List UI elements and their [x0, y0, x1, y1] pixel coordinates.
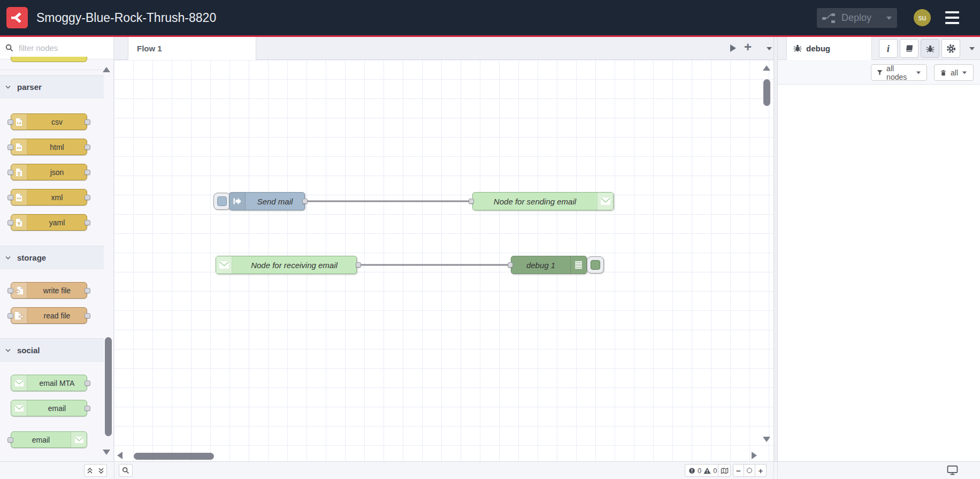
- debug-filter-button[interactable]: all nodes: [871, 64, 927, 81]
- search-icon: [5, 44, 13, 52]
- palette-category-social[interactable]: social: [0, 338, 104, 362]
- node-output-port[interactable]: [85, 381, 90, 386]
- node-input-port[interactable]: [7, 288, 13, 293]
- node-red-logo-icon: [6, 7, 28, 28]
- palette-node-yaml[interactable]: Y yaml: [11, 214, 87, 231]
- node-output-port[interactable]: [356, 262, 361, 268]
- palette-scrollbar-thumb[interactable]: [105, 337, 112, 436]
- node-input-port[interactable]: [7, 195, 13, 200]
- zoom-in-button[interactable]: +: [755, 464, 767, 477]
- palette-node-html[interactable]: <> html: [11, 139, 87, 155]
- wires: [114, 60, 774, 461]
- canvas-node-sending-email[interactable]: Node for sending email: [472, 192, 614, 210]
- bug-icon: [926, 44, 935, 53]
- palette-scroll-down-arrow[interactable]: [103, 450, 110, 455]
- csv-file-icon: 1,2: [11, 114, 27, 130]
- deploy-button[interactable]: Deploy: [817, 8, 897, 28]
- palette-node-read-file[interactable]: read file: [11, 307, 87, 324]
- node-output-port[interactable]: [85, 170, 90, 175]
- deploy-options-chevron-icon[interactable]: [886, 17, 892, 20]
- canvas-node-receiving-email[interactable]: Node for receiving email: [216, 256, 357, 274]
- flow-list-chevron-icon[interactable]: [767, 47, 772, 50]
- palette-expand-all-button[interactable]: [95, 464, 107, 477]
- node-input-port[interactable]: [7, 220, 13, 225]
- node-input-port[interactable]: [7, 437, 13, 443]
- xml-file-icon: <>: [11, 189, 27, 205]
- settings-tab-button[interactable]: [941, 39, 960, 58]
- trash-icon: [940, 69, 947, 77]
- node-output-port[interactable]: [302, 199, 308, 204]
- node-input-port[interactable]: [508, 262, 513, 268]
- sidebar-tabs-chevron-icon[interactable]: [969, 47, 975, 50]
- svg-text:{}: {}: [18, 171, 21, 176]
- json-file-icon: {}: [11, 164, 27, 180]
- svg-text:<>: <>: [17, 146, 21, 150]
- palette-collapse-all-button[interactable]: [84, 464, 96, 477]
- canvas-hscrollbar-thumb[interactable]: [134, 453, 214, 460]
- canvas-node-send-mail[interactable]: Send mail: [229, 192, 305, 210]
- flow-status-counts[interactable]: 0 0: [685, 464, 721, 477]
- node-output-port[interactable]: [85, 313, 90, 318]
- svg-text:Y: Y: [17, 221, 20, 226]
- node-output-port[interactable]: [85, 195, 90, 200]
- tab-flow-1[interactable]: Flow 1: [128, 37, 256, 60]
- node-input-port[interactable]: [7, 119, 13, 125]
- error-count: 0: [698, 467, 701, 475]
- canvas-node-debug-1[interactable]: debug 1: [511, 256, 587, 274]
- debug-tab-button[interactable]: [921, 39, 939, 58]
- main-menu-button[interactable]: [945, 11, 959, 24]
- inject-button[interactable]: [213, 193, 231, 210]
- canvas-vscrollbar-thumb[interactable]: [763, 79, 770, 106]
- deploy-label: Deploy: [841, 12, 871, 24]
- header-accent-line: [0, 35, 980, 37]
- canvas-scroll-up-arrow[interactable]: [763, 65, 770, 71]
- node-input-port[interactable]: [469, 199, 474, 204]
- zoom-reset-button[interactable]: [744, 464, 755, 477]
- sidebar-resizer[interactable]: [774, 37, 778, 461]
- info-icon: i: [887, 43, 890, 55]
- inject-arrow-icon: [229, 193, 246, 210]
- canvas-scroll-right-arrow[interactable]: [752, 452, 757, 459]
- palette-node-email-mta[interactable]: email MTA: [11, 375, 87, 391]
- palette-category-parser[interactable]: parser: [0, 75, 104, 98]
- envelope-icon: [11, 400, 27, 416]
- canvas-search-button[interactable]: [119, 464, 133, 477]
- palette-node-xml[interactable]: <> xml: [11, 189, 87, 206]
- node-input-port[interactable]: [7, 313, 13, 318]
- node-output-port[interactable]: [85, 145, 90, 150]
- palette-node-write-file[interactable]: write file: [11, 282, 87, 299]
- filter-nodes-input[interactable]: [18, 43, 98, 53]
- tab-debug[interactable]: debug: [786, 37, 872, 60]
- palette-scroll-up-arrow[interactable]: [103, 67, 110, 72]
- zoom-controls: − +: [733, 464, 767, 477]
- info-tab-button[interactable]: i: [879, 39, 898, 58]
- double-chevron-up-icon: [87, 467, 93, 474]
- canvas-scroll-down-arrow[interactable]: [763, 437, 770, 442]
- canvas-scroll-left-arrow[interactable]: [117, 452, 122, 459]
- zoom-out-button[interactable]: −: [733, 464, 744, 477]
- navigator-button[interactable]: [718, 464, 731, 477]
- debug-clear-button[interactable]: all: [934, 64, 974, 81]
- tab-scroll-right-icon[interactable]: [730, 44, 736, 52]
- node-input-port[interactable]: [7, 170, 13, 175]
- debug-toggle-button[interactable]: [587, 256, 604, 273]
- palette-node-partial[interactable]: [11, 57, 87, 62]
- palette-node-json[interactable]: {} json: [11, 164, 87, 180]
- map-icon: [721, 467, 729, 474]
- user-avatar[interactable]: su: [914, 9, 931, 26]
- envelope-icon: [597, 193, 613, 210]
- palette-search[interactable]: [0, 37, 113, 59]
- node-output-port[interactable]: [85, 220, 90, 225]
- add-flow-button[interactable]: +: [744, 40, 752, 55]
- node-output-port[interactable]: [85, 406, 90, 411]
- node-output-port[interactable]: [85, 119, 90, 125]
- node-output-port[interactable]: [85, 288, 90, 293]
- palette-category-storage[interactable]: storage: [0, 246, 104, 269]
- debug-in-window-button[interactable]: [947, 465, 958, 477]
- flow-canvas[interactable]: Send mail Node for sending email Node fo…: [114, 60, 774, 461]
- help-tab-button[interactable]: [900, 39, 918, 58]
- palette-node-email-in[interactable]: email: [11, 400, 87, 416]
- node-input-port[interactable]: [7, 145, 13, 150]
- palette-node-email-out[interactable]: email: [11, 431, 87, 448]
- palette-node-csv[interactable]: 1,2 csv: [11, 113, 87, 130]
